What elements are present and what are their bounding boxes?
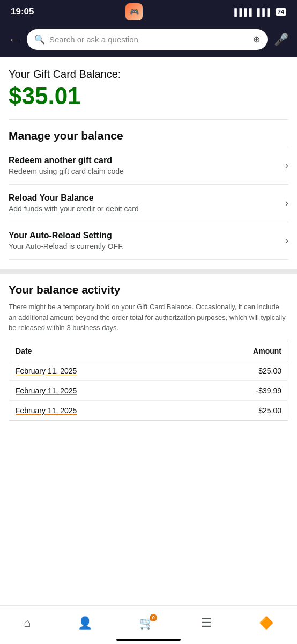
status-time: 19:05 <box>11 6 34 17</box>
reload-chevron: › <box>285 197 288 209</box>
person-icon: 👤 <box>78 616 92 630</box>
battery-indicator: 74 <box>276 8 286 16</box>
reload-title: Reload Your Balance <box>9 193 280 203</box>
nav-menu[interactable]: ☰ <box>201 616 212 630</box>
row-2-amount: -$39.99 <box>188 380 288 400</box>
home-indicator <box>116 639 181 641</box>
row-3-amount: $25.00 <box>188 400 288 420</box>
auto-reload-text: Your Auto-Reload Setting Your Auto-Reloa… <box>9 231 280 251</box>
nav-account[interactable]: 👤 <box>78 616 92 630</box>
nav-ai[interactable]: 🔶 <box>259 616 273 630</box>
reload-balance-text: Reload Your Balance Add funds with your … <box>9 193 280 213</box>
row-2-date: February 11, 2025 <box>9 380 189 400</box>
row-1-date: February 11, 2025 <box>9 361 189 380</box>
col-date-header: Date <box>9 341 189 361</box>
reload-subtitle: Add funds with your credit or debit card <box>9 204 280 213</box>
status-icons: ▌▌▌▌ ▌▌▌ 74 <box>234 8 286 16</box>
nav-cart[interactable]: 🛒 0 <box>139 616 154 630</box>
auto-reload-item[interactable]: Your Auto-Reload Setting Your Auto-Reloa… <box>9 222 288 260</box>
col-amount-header: Amount <box>188 341 288 361</box>
search-bar-container: ← 🔍 Search or ask a question ⊕ 🎤 <box>0 24 297 57</box>
gift-card-balance-section: Your Gift Card Balance: $35.01 <box>9 68 288 109</box>
camera-icon[interactable]: ⊕ <box>253 34 260 45</box>
table-row: February 11, 2025 -$39.99 <box>9 380 288 400</box>
balance-activity-section: Your balance activity There might be a t… <box>9 283 288 421</box>
table-row: February 11, 2025 $25.00 <box>9 400 288 420</box>
manage-section-title: Manage your balance <box>9 129 288 142</box>
manage-menu-list: Redeem another gift card Redeem using gi… <box>9 147 288 260</box>
redeem-title: Redeem another gift card <box>9 156 280 165</box>
nav-home[interactable]: ⌂ <box>24 616 31 630</box>
hamburger-icon: ☰ <box>201 616 212 630</box>
status-bar: 19:05 🎮 ▌▌▌▌ ▌▌▌ 74 <box>0 0 297 24</box>
balance-label: Your Gift Card Balance: <box>9 68 288 80</box>
search-input[interactable]: Search or ask a question <box>49 35 249 44</box>
activity-disclaimer: There might be a temporary hold on your … <box>9 302 288 333</box>
reload-balance-item[interactable]: Reload Your Balance Add funds with your … <box>9 184 288 222</box>
balance-amount: $35.01 <box>9 83 288 109</box>
redeem-gift-card-text: Redeem another gift card Redeem using gi… <box>9 156 280 175</box>
auto-reload-title: Your Auto-Reload Setting <box>9 231 280 240</box>
search-bar[interactable]: 🔍 Search or ask a question ⊕ <box>27 29 268 50</box>
table-row: February 11, 2025 $25.00 <box>9 361 288 380</box>
activity-title: Your balance activity <box>9 283 288 296</box>
search-icon: 🔍 <box>34 34 45 45</box>
cart-count: 0 <box>150 614 157 621</box>
back-button[interactable]: ← <box>9 33 20 47</box>
activity-table: Date Amount February 11, 2025 $25.00 Feb… <box>9 341 288 421</box>
divider-1 <box>9 119 288 120</box>
row-1-amount: $25.00 <box>188 361 288 380</box>
auto-reload-chevron: › <box>285 235 288 246</box>
thick-divider <box>0 269 297 274</box>
auto-reload-subtitle: Your Auto-Reload is currently OFF. <box>9 242 280 251</box>
ai-icon: 🔶 <box>259 616 273 630</box>
main-content: Your Gift Card Balance: $35.01 Manage yo… <box>0 57 297 464</box>
row-3-date: February 11, 2025 <box>9 400 189 420</box>
mic-icon[interactable]: 🎤 <box>274 33 288 47</box>
home-icon: ⌂ <box>24 616 31 630</box>
signal-icon: ▌▌▌ <box>257 8 272 16</box>
app-icon: 🎮 <box>125 3 143 20</box>
cart-wrapper: 🛒 0 <box>139 616 154 630</box>
redeem-chevron: › <box>285 160 288 171</box>
manage-balance-section: Manage your balance Redeem another gift … <box>9 129 288 260</box>
redeem-gift-card-item[interactable]: Redeem another gift card Redeem using gi… <box>9 147 288 184</box>
audio-wave-icon: ▌▌▌▌ <box>234 8 254 16</box>
redeem-subtitle: Redeem using gift card claim code <box>9 167 280 175</box>
